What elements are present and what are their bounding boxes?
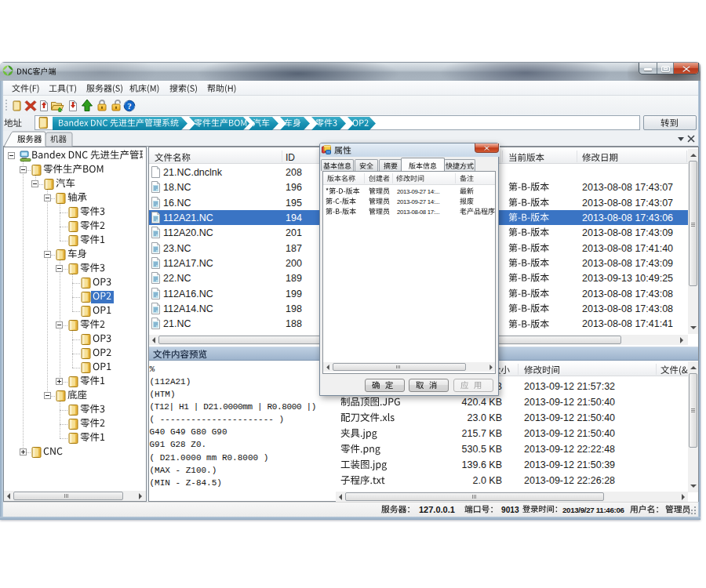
svg-text:?: ?: [127, 101, 132, 111]
